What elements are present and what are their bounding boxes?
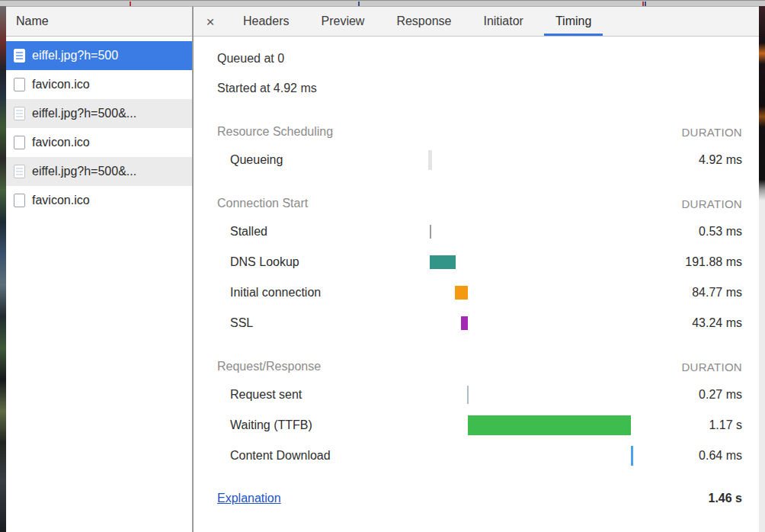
timing-row-dns-lookup: DNS Lookup191.88 ms <box>194 247 759 277</box>
section-request-response: Request/ResponseDURATIONRequest sent0.27… <box>194 358 759 471</box>
explanation-link[interactable]: Explanation <box>217 492 281 505</box>
duration-column-header: DURATION <box>681 197 742 210</box>
tab-headers[interactable]: Headers <box>232 7 300 36</box>
timing-bar-waiting-ttfb <box>468 415 631 435</box>
name-column-label: Name <box>16 14 49 28</box>
timing-row-stalled: Stalled0.53 ms <box>194 216 759 247</box>
started-at-line: Started at 4.92 ms <box>217 80 759 97</box>
request-row-eiffel-jpg-h-500[interactable]: eiffel.jpg?h=500&... <box>6 157 192 186</box>
name-column-header[interactable]: Name <box>6 6 192 37</box>
timing-row-content-download: Content Download0.64 ms <box>194 441 759 471</box>
duration-column-header: DURATION <box>681 126 742 139</box>
timing-row-waiting-ttfb: Waiting (TTFB)1.17 s <box>194 410 759 441</box>
image-file-icon <box>14 107 25 120</box>
timing-value: 4.92 ms <box>699 153 742 167</box>
timing-row-ssl: SSL43.24 ms <box>194 308 759 338</box>
tabs-container: HeadersPreviewResponseInitiatorTiming <box>227 7 607 36</box>
request-label: eiffel.jpg?h=500&... <box>32 107 136 120</box>
network-overview-strip <box>0 0 765 6</box>
timing-content: Queued at 0 Started at 4.92 ms Resource … <box>194 50 759 507</box>
total-duration: 1.46 s <box>709 492 742 505</box>
timing-label: SSL <box>194 316 253 330</box>
request-label: favicon.ico <box>32 136 90 149</box>
timing-label: Queueing <box>194 153 283 167</box>
section-title: Resource Scheduling <box>217 125 333 139</box>
tab-preview[interactable]: Preview <box>309 7 376 36</box>
timing-bar-queueing <box>428 150 432 170</box>
timing-value: 191.88 ms <box>685 255 742 269</box>
timing-bar-request-sent <box>467 386 469 404</box>
section-title: Request/Response <box>217 360 321 373</box>
timing-row-queueing: Queueing4.92 ms <box>194 145 759 175</box>
timing-bar-ssl <box>461 316 468 330</box>
timing-row-initial-connection: Initial connection84.77 ms <box>194 277 759 308</box>
section-connection-start: Connection StartDURATIONStalled0.53 msDN… <box>194 195 759 338</box>
request-row-favicon-ico[interactable]: favicon.ico <box>6 70 192 99</box>
tab-response[interactable]: Response <box>385 7 463 36</box>
request-label: favicon.ico <box>32 194 90 207</box>
timing-value: 0.64 ms <box>699 449 742 463</box>
section-rows: Queueing4.92 ms <box>194 145 759 175</box>
request-row-eiffel-jpg-h-500[interactable]: eiffel.jpg?h=500 <box>6 41 192 70</box>
section-title: Connection Start <box>217 197 308 210</box>
request-label: eiffel.jpg?h=500&... <box>32 165 136 178</box>
request-label: favicon.ico <box>32 78 90 91</box>
section-rows: Request sent0.27 msWaiting (TTFB)1.17 sC… <box>194 380 759 471</box>
section-rows: Stalled0.53 msDNS Lookup191.88 msInitial… <box>194 216 759 338</box>
blank-file-icon <box>14 78 25 91</box>
blank-file-icon <box>14 194 25 207</box>
timing-sections: Resource SchedulingDURATIONQueueing4.92 … <box>194 123 759 471</box>
image-file-icon <box>14 165 25 178</box>
section-header: Resource SchedulingDURATION <box>194 123 759 140</box>
request-row-favicon-ico[interactable]: favicon.ico <box>6 186 192 215</box>
devtools-network-panel: Name eiffel.jpg?h=500favicon.icoeiffel.j… <box>0 0 765 532</box>
timing-value: 1.17 s <box>709 418 742 432</box>
page-edge-strip-right <box>759 6 765 532</box>
timing-value: 43.24 ms <box>692 316 742 330</box>
blank-file-icon <box>14 136 25 149</box>
timing-bar-initial-connection <box>455 286 468 300</box>
timing-label: DNS Lookup <box>194 255 299 269</box>
tab-initiator[interactable]: Initiator <box>472 7 534 36</box>
section-header: Request/ResponseDURATION <box>194 358 759 375</box>
timing-label: Stalled <box>194 225 267 239</box>
page-edge-strip-left <box>0 6 6 532</box>
detail-tab-bar: × HeadersPreviewResponseInitiatorTiming <box>194 6 759 37</box>
image-file-icon <box>14 49 25 62</box>
timing-value: 0.27 ms <box>699 388 742 402</box>
timing-value: 0.53 ms <box>699 225 742 239</box>
request-row-favicon-ico[interactable]: favicon.ico <box>6 128 192 157</box>
timing-row-request-sent: Request sent0.27 ms <box>194 380 759 410</box>
requests-sidebar: Name eiffel.jpg?h=500favicon.icoeiffel.j… <box>6 6 192 532</box>
request-detail-pane: × HeadersPreviewResponseInitiatorTiming … <box>194 6 759 532</box>
timing-label: Waiting (TTFB) <box>194 418 312 432</box>
section-header: Connection StartDURATION <box>194 195 759 212</box>
queued-at-line: Queued at 0 <box>217 50 759 67</box>
timing-bar-dns-lookup <box>430 255 456 269</box>
timing-label: Content Download <box>194 449 331 463</box>
timing-value: 84.77 ms <box>692 286 742 300</box>
tab-timing[interactable]: Timing <box>544 7 603 36</box>
request-label: eiffel.jpg?h=500 <box>32 49 118 62</box>
timing-label: Request sent <box>194 388 302 402</box>
timing-bar-stalled <box>430 225 431 239</box>
request-list: eiffel.jpg?h=500favicon.icoeiffel.jpg?h=… <box>6 37 192 215</box>
duration-column-header: DURATION <box>681 361 742 373</box>
close-icon[interactable]: × <box>194 7 227 36</box>
section-resource-scheduling: Resource SchedulingDURATIONQueueing4.92 … <box>194 123 759 175</box>
timing-footer: Explanation 1.46 s <box>194 490 759 507</box>
timing-label: Initial connection <box>194 286 321 300</box>
timing-bar-content-download <box>631 446 633 466</box>
request-row-eiffel-jpg-h-500[interactable]: eiffel.jpg?h=500&... <box>6 99 192 128</box>
